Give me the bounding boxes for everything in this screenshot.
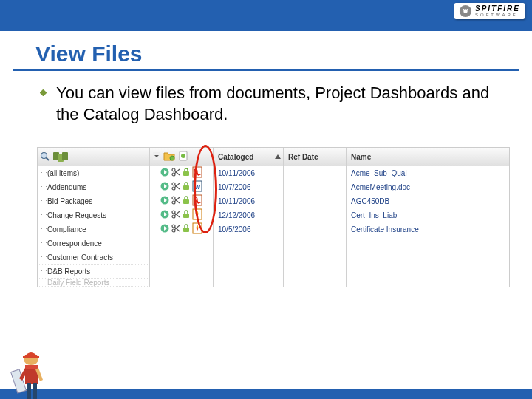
name-cell[interactable]: Cert_Ins_Liab xyxy=(347,208,509,222)
sidebar-header xyxy=(38,148,149,166)
svg-line-3 xyxy=(47,158,50,161)
actions-header xyxy=(150,148,213,166)
slide-footer xyxy=(0,389,532,399)
sidebar-item[interactable]: ⋯(all items) xyxy=(38,166,149,180)
page-title: View Files xyxy=(13,31,519,71)
svg-text:W: W xyxy=(194,183,201,191)
pages-icon[interactable] xyxy=(52,151,70,163)
tree-connector-icon: ⋯ xyxy=(41,169,46,177)
svg-rect-6 xyxy=(62,152,68,160)
brand-name: SPITFIRE xyxy=(475,5,520,13)
refdate-cell xyxy=(284,166,346,180)
folder-icon[interactable] xyxy=(163,151,175,163)
sidebar-item[interactable]: ⋯Addendums xyxy=(38,180,149,194)
construction-worker-graphic xyxy=(10,346,55,399)
lock-icon[interactable] xyxy=(183,196,190,206)
lock-icon[interactable] xyxy=(183,210,190,220)
scissors-icon[interactable] xyxy=(171,196,180,206)
svg-rect-51 xyxy=(27,383,31,399)
filetype-icon[interactable] xyxy=(192,166,202,180)
sidebar-item[interactable]: ⋯Compliance xyxy=(38,222,149,236)
sidebar-item[interactable]: ⋯Correspondence xyxy=(38,236,149,250)
cataloged-cell: 10/11/2006 xyxy=(214,194,283,208)
name-header-label: Name xyxy=(351,153,371,161)
scissors-icon[interactable] xyxy=(171,168,180,178)
brand-logo: SPITFIRE SOFTWARE xyxy=(454,3,525,19)
svg-rect-52 xyxy=(33,383,37,399)
spitfire-logo-icon xyxy=(459,4,472,18)
attach-icon[interactable] xyxy=(178,151,188,163)
magnifier-icon[interactable] xyxy=(40,151,50,162)
tree-connector-icon: ⋯ xyxy=(41,239,46,247)
refdate-header-label: Ref Date xyxy=(288,153,318,161)
catalog-screenshot: ⋯(all items)⋯Addendums⋯Bid Packages⋯Chan… xyxy=(37,147,510,287)
lock-icon[interactable] xyxy=(183,224,190,234)
bullet-item: You can view files from documents, Proje… xyxy=(0,71,532,125)
bullet-icon xyxy=(40,89,47,97)
refdate-header[interactable]: Ref Date xyxy=(284,148,346,166)
svg-point-1 xyxy=(463,9,467,13)
go-icon[interactable] xyxy=(160,182,169,192)
tree-connector-icon: ⋯ xyxy=(41,225,46,233)
sidebar-item[interactable]: ⋯Change Requests xyxy=(38,208,149,222)
filetype-icon[interactable]: W xyxy=(192,180,202,194)
tree-connector-icon: ⋯ xyxy=(41,253,46,261)
sidebar-item[interactable]: ⋯Daily Field Reports xyxy=(38,279,149,287)
sidebar-item[interactable]: ⋯Customer Contracts xyxy=(38,250,149,265)
brand-sub: SOFTWARE xyxy=(475,13,520,17)
name-cell[interactable]: AcmeMeeting.doc xyxy=(347,180,509,194)
action-row xyxy=(150,194,213,208)
name-column: Name Acme_Sub_QualAcmeMeeting.docAGC450D… xyxy=(347,148,509,287)
sidebar-column: ⋯(all items)⋯Addendums⋯Bid Packages⋯Chan… xyxy=(38,148,150,287)
tree-connector-icon: ⋯ xyxy=(41,183,46,191)
svg-rect-45 xyxy=(183,228,189,232)
refdate-cell xyxy=(284,194,346,208)
lock-icon[interactable] xyxy=(183,168,190,178)
cataloged-cell: 10/5/2006 xyxy=(214,222,283,236)
svg-rect-23 xyxy=(183,185,189,190)
name-cell[interactable]: Acme_Sub_Qual xyxy=(347,166,509,180)
cataloged-header[interactable]: Cataloged xyxy=(214,148,283,166)
go-icon[interactable] xyxy=(160,168,169,178)
dropdown-icon[interactable] xyxy=(153,152,160,161)
bullet-text: You can view files from documents, Proje… xyxy=(56,83,510,125)
sidebar-item[interactable]: ⋯Bid Packages xyxy=(38,194,149,208)
refdate-column: Ref Date xyxy=(284,148,347,287)
svg-rect-50 xyxy=(25,365,38,369)
action-row xyxy=(150,166,213,180)
tree-connector-icon: ⋯ xyxy=(41,197,46,205)
svg-rect-16 xyxy=(183,171,189,176)
name-cell[interactable]: AGC450DB xyxy=(347,194,509,208)
svg-point-10 xyxy=(181,154,185,158)
svg-point-2 xyxy=(41,153,47,159)
slide-header: SPITFIRE SOFTWARE xyxy=(0,0,532,31)
cataloged-header-label: Cataloged xyxy=(218,153,253,161)
action-row: W xyxy=(150,180,213,194)
svg-rect-31 xyxy=(183,200,189,204)
refdate-cell xyxy=(284,222,346,236)
name-cell[interactable]: Certificate Insurance xyxy=(347,222,509,236)
go-icon[interactable] xyxy=(160,196,169,206)
go-icon[interactable] xyxy=(160,224,169,234)
svg-rect-48 xyxy=(23,356,39,358)
lock-icon[interactable] xyxy=(183,182,190,192)
sort-asc-icon xyxy=(275,154,281,159)
svg-rect-38 xyxy=(183,214,189,218)
refdate-cell xyxy=(284,180,346,194)
scissors-icon[interactable] xyxy=(171,182,180,192)
cataloged-cell: 12/12/2006 xyxy=(214,208,283,222)
name-header[interactable]: Name xyxy=(347,148,509,166)
scissors-icon[interactable] xyxy=(171,224,180,234)
sidebar-item[interactable]: ⋯D&B Reports xyxy=(38,265,149,279)
cataloged-cell: 10/11/2006 xyxy=(214,166,283,180)
cataloged-cell: 10/7/2006 xyxy=(214,180,283,194)
scissors-icon[interactable] xyxy=(171,210,180,220)
action-row xyxy=(150,208,213,222)
action-row xyxy=(150,222,213,236)
cataloged-column: Cataloged 10/11/200610/7/200610/11/20061… xyxy=(214,148,284,287)
go-icon[interactable] xyxy=(160,210,169,220)
filetype-icon[interactable] xyxy=(192,208,202,222)
svg-point-8 xyxy=(170,156,174,160)
filetype-icon[interactable] xyxy=(192,194,202,208)
filetype-icon[interactable] xyxy=(192,222,202,236)
